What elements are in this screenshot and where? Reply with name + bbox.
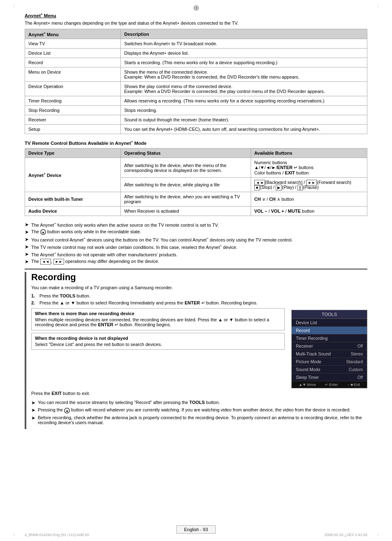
tools-item: Sleep TimerOff xyxy=(292,374,367,381)
tools-item: Record xyxy=(292,327,367,334)
exit-icon: ←■ xyxy=(347,383,353,387)
table-row: View TVSwitches from Anynet+ to TV broad… xyxy=(25,39,367,49)
builtin-buttons: CH ∨ / CH ∧ button xyxy=(251,192,367,207)
recording-intro: You can make a recording of a TV program… xyxy=(31,285,367,290)
tools-item-label: Receiver xyxy=(296,344,357,348)
table-row: SetupYou can set the Anynet+ (HDMI-CEC),… xyxy=(25,125,367,134)
warning-title-2: When the recording device is not display… xyxy=(35,336,281,341)
table-row: Stop RecordingStops recording. xyxy=(25,106,367,115)
anynet-col1-header: Anynet+ Menu xyxy=(25,29,121,39)
date-ref: 2008-02-29 ¿ÀÈÄ 2:41:00 xyxy=(324,533,367,537)
arrow-icon: ➤ xyxy=(25,229,29,235)
warning-title-1: When there is more than one recording de… xyxy=(35,311,281,316)
list-item: ➤ The ◄◄, ►► operations may differ depen… xyxy=(25,259,367,265)
list-item: ➤ Pressing the ● button will record what… xyxy=(31,407,367,413)
tools-popup-title: TOOLS xyxy=(292,310,367,319)
recording-left-bar xyxy=(25,272,26,429)
tools-item-value: Custom xyxy=(349,367,363,372)
tools-item-label: Record xyxy=(296,328,363,333)
anynet-buttons-1: Numeric buttons ▲/▼/◄/►/ENTER ↵ buttons … xyxy=(251,158,367,178)
anynet-menu-cell: Menu on Device xyxy=(25,67,121,82)
tools-item: Multi-Track SoundStereo xyxy=(292,350,367,358)
list-item: ➤ You cannot control Anynet+ devices usi… xyxy=(25,237,367,242)
arrow-icon: ➤ xyxy=(25,251,29,257)
remote-section-title: TV Remote Control Buttons Available in A… xyxy=(25,140,367,146)
audio-device-label: Audio Device xyxy=(25,207,121,216)
step-text-1: Press the TOOLS button. xyxy=(39,293,285,298)
table-row: Device with built-in Tuner After switchi… xyxy=(25,192,367,207)
builtin-status: After switching to the device, when you … xyxy=(121,192,251,207)
anynet-desc-cell: Stops recording. xyxy=(121,106,367,115)
step-num-2: 2. xyxy=(31,300,37,305)
table-row: Device ListDisplays the Anynet+ device l… xyxy=(25,49,367,58)
anynet-menu-cell: Setup xyxy=(25,125,121,134)
anynet-menu-cell: Timer Recording xyxy=(25,96,121,106)
arrow-icon: ➤ xyxy=(25,237,29,242)
tools-item-value: Off xyxy=(357,375,363,380)
list-item: ➤ The TV remote control may not work und… xyxy=(25,244,367,250)
tools-item-value: Stereo xyxy=(351,352,363,356)
anynet-menu-table: Anynet+ Menu Description View TVSwitches… xyxy=(25,29,367,135)
anynet-menu-cell: Device List xyxy=(25,49,121,58)
step-exit: Press the EXIT button to exit. xyxy=(31,391,367,396)
step-1: 1. Press the TOOLS button. xyxy=(31,293,285,298)
tools-item-label: Picture Mode xyxy=(296,359,346,364)
arrow-icon: ➤ xyxy=(31,407,35,413)
tools-item: ReceiverOff xyxy=(292,342,367,350)
step-num-1: 1. xyxy=(31,293,37,298)
list-item: ➤ The ● button works only while in the r… xyxy=(25,229,367,235)
builtin-tuner-label: Device with built-in Tuner xyxy=(25,192,121,207)
warning-box-2: When the recording device is not display… xyxy=(31,333,285,350)
anynet-menu-cell: Receiver xyxy=(25,115,121,125)
anynet-status-1: After switching to the device, when the … xyxy=(121,158,251,178)
device-table: Device Type Operating Status Available B… xyxy=(25,148,367,216)
anynet-desc-cell: Shows the play control menu of the conne… xyxy=(121,82,367,96)
anynet-menu-cell: Stop Recording xyxy=(25,106,121,115)
anynet-notes: ➤ The Anynet+ function only works when t… xyxy=(25,222,367,265)
device-col1-header: Device Type xyxy=(25,149,121,158)
anynet-desc-cell: Sound is output through the receiver (ho… xyxy=(121,115,367,125)
tools-item-value: Off xyxy=(357,344,363,348)
page-bottom: English - 93 xyxy=(0,525,392,534)
warning-box-1: When there is more than one recording de… xyxy=(31,308,285,330)
tools-item: Device List xyxy=(292,319,367,327)
anynet-device-label: Anynet+ Device xyxy=(25,158,121,192)
recording-title: Recording xyxy=(31,272,367,283)
audio-status: When Receiver is activated xyxy=(121,207,251,216)
list-item: ➤ Before recording, check whether the an… xyxy=(31,415,367,425)
table-row: Timer RecordingAllows reserving a record… xyxy=(25,96,367,106)
arrow-icon: ➤ xyxy=(31,415,35,421)
anynet-desc-cell: Switches from Anynet+ to TV broadcast mo… xyxy=(121,39,367,49)
page-number: English - 93 xyxy=(176,525,216,534)
arrow-icon: ➤ xyxy=(25,259,29,265)
step-text-2: Press the ▲ or ▼ button to select Record… xyxy=(39,300,285,306)
arrow-icon: ➤ xyxy=(25,222,29,228)
enter-label: Enter xyxy=(329,383,338,387)
arrow-icon: ➤ xyxy=(25,244,29,250)
table-row: RecordStarts a recording. (This menu wor… xyxy=(25,58,367,67)
anynet-desc-cell: You can set the Anynet+ (HDMI-CEC), auto… xyxy=(121,125,367,134)
step-2: 2. Press the ▲ or ▼ button to select Rec… xyxy=(31,300,285,306)
tools-footer-enter: ↵ Enter xyxy=(325,383,338,387)
anynet-status-2: After switching to the device, while pla… xyxy=(121,178,251,192)
anynet-menu-cell: Device Operation xyxy=(25,82,121,96)
audio-buttons: VOL – / VOL + / MUTE button xyxy=(251,207,367,216)
tools-item-label: Multi-Track Sound xyxy=(296,351,351,356)
anynet-desc-cell: Starts a recording. (This menu works onl… xyxy=(121,58,367,67)
table-row: Audio Device When Receiver is activated … xyxy=(25,207,367,216)
tools-item: Sound ModeCustom xyxy=(292,366,367,374)
anynet-buttons-2: ◄◄(Backward search) / ►►(Forward search)… xyxy=(251,178,367,192)
tools-item-label: Device List xyxy=(296,320,363,325)
warning-text-1: When multiple recording devices are conn… xyxy=(35,317,281,327)
list-item: ➤ The Anynet+ function only works when t… xyxy=(25,222,367,228)
anynet-intro: The Anynet+ menu changes depending on th… xyxy=(25,21,367,26)
list-item: ➤ You can record the source streams by s… xyxy=(31,400,367,406)
tools-popup: TOOLS Device ListRecordTimer RecordingRe… xyxy=(291,310,367,388)
tools-item-value: Standard xyxy=(346,360,363,364)
tools-item: Picture ModeStandard xyxy=(292,358,367,366)
anynet-menu-cell: Record xyxy=(25,58,121,67)
tools-item: Timer Recording xyxy=(292,334,367,342)
anynet-desc-cell: Displays the Anynet+ device list. xyxy=(121,49,367,58)
anynet-col2-header: Description xyxy=(121,29,367,39)
tools-footer: ▲▼ Move ↵ Enter ←■ Exit xyxy=(292,381,367,388)
